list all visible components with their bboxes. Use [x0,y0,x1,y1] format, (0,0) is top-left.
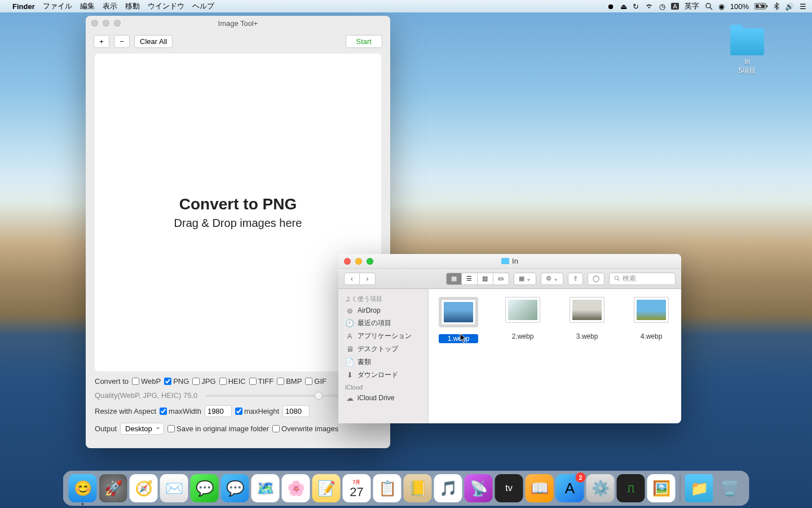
dock-contacts[interactable]: 📒 [404,474,432,502]
finder-search[interactable]: 検索 [609,273,676,285]
file-item[interactable]: 1.webp [439,297,478,343]
sidebar-item-airdrop[interactable]: ⊚AirDrop [338,304,428,317]
format-tiff[interactable]: TIFF [249,377,273,386]
input-label[interactable]: 英字 [685,1,699,11]
dock-safari[interactable]: 🧭 [130,474,158,502]
dock-reminders[interactable]: 📋 [373,474,401,502]
group-button[interactable]: ▦ ⌄ [514,273,536,285]
maxwidth-checkbox[interactable]: maxWidth [160,407,201,415]
recents-icon: 🕘 [345,319,354,328]
output-select[interactable]: Desktop [120,423,164,435]
sidebar-item-applications[interactable]: Aアプリケーション [338,330,428,343]
zoom-button[interactable] [367,258,373,265]
remove-button[interactable]: − [114,35,130,48]
dock-facetime[interactable]: 💬 [221,474,249,502]
dock-notes[interactable]: 📝 [312,474,341,502]
dock-trash[interactable]: 🗑️ [716,474,744,502]
dock-mail[interactable]: ✉️ [160,474,188,502]
svg-line-1 [710,7,712,10]
dock-activity[interactable]: ⎍ [617,474,645,502]
desktop-folder-in[interactable]: In 5項目 [730,28,764,75]
file-item[interactable]: 2.webp [503,297,542,341]
dock-maps[interactable]: 🗺️ [251,474,280,502]
bluetooth-icon[interactable] [774,2,779,10]
quality-slider[interactable] [205,395,355,397]
spotlight-icon[interactable] [705,2,713,10]
close-button[interactable] [91,20,98,27]
finder-content[interactable]: 1.webp 2.webp 3.webp 4.webp [429,289,681,423]
format-gif[interactable]: GIF [305,377,326,386]
dock-photos[interactable]: 🌸 [282,474,310,502]
start-button[interactable]: Start [346,35,382,48]
sidebar-item-recents[interactable]: 🕘最近の項目 [338,317,428,330]
search-icon [614,275,620,282]
view-gallery-button[interactable]: ▭ [493,273,509,285]
forward-button[interactable]: › [360,273,376,285]
dock-finder[interactable]: 😊 [69,474,97,502]
overwrite-checkbox[interactable]: Overwrite images [272,424,338,433]
zoom-button[interactable] [114,20,121,27]
wifi-icon[interactable] [645,3,654,10]
dock-separator [680,475,681,502]
dock-tv[interactable]: tv [495,474,523,502]
menu-go[interactable]: 移動 [125,1,140,11]
menu-help[interactable]: ヘルプ [192,1,214,11]
sidebar-item-documents[interactable]: 📄書類 [338,356,428,369]
dock-books[interactable]: 📖 [526,474,554,502]
dock-messages[interactable]: 💬 [191,474,219,502]
format-jpg[interactable]: JPG [192,377,215,386]
format-heic[interactable]: HEIC [219,377,246,386]
format-png[interactable]: PNG [164,377,189,386]
screen-record-icon[interactable]: ⏺ [607,2,615,11]
tags-button[interactable]: ◯ [588,273,604,285]
finder-titlebar[interactable]: In [338,254,681,269]
sidebar-item-downloads[interactable]: ⬇ダウンロード [338,369,428,382]
maxheight-input[interactable] [283,405,310,417]
maxwidth-input[interactable] [205,405,232,417]
view-icon-button[interactable]: ▦ [446,273,462,285]
menu-window[interactable]: ウインドウ [148,1,184,11]
dock-preview[interactable]: 🖼️ [647,474,676,502]
file-item[interactable]: 4.webp [632,297,671,341]
volume-icon[interactable]: 🔊 [785,2,794,11]
dock-launchpad[interactable]: 🚀 [99,474,127,502]
timemachine-icon[interactable]: ↻ [633,2,639,11]
share-button[interactable]: ⇪ [568,273,583,285]
image-tool-titlebar[interactable]: Image Tool+ [86,16,390,30]
dock-appstore[interactable]: A2 [556,474,584,502]
close-button[interactable] [344,258,351,265]
menu-file[interactable]: ファイル [43,1,72,11]
input-mode-icon[interactable]: A [671,3,678,10]
maxheight-checkbox[interactable]: maxHeight [235,407,279,415]
dock-podcasts[interactable]: 📡 [465,474,493,502]
add-button[interactable]: + [94,35,109,48]
menu-edit[interactable]: 編集 [80,1,95,11]
dock-music[interactable]: 🎵 [434,474,462,502]
minimize-button[interactable] [103,20,109,27]
sidebar-item-desktop[interactable]: 🖥デスクトップ [338,343,428,356]
file-item[interactable]: 3.webp [567,297,607,341]
dock-calendar[interactable]: 7月27 [343,474,371,502]
menu-view[interactable]: 表示 [103,1,117,11]
dock-downloads[interactable]: 📁 [685,474,713,502]
minimize-button[interactable] [355,258,362,265]
file-name: 1.webp [439,334,478,343]
format-webp[interactable]: WebP [132,377,161,386]
clock-icon[interactable]: ◷ [659,2,665,11]
output-label: Output [95,424,117,433]
clear-all-button[interactable]: Clear All [134,35,173,48]
menubar-app-name[interactable]: Finder [12,2,35,11]
back-button[interactable]: ‹ [344,273,360,285]
siri-icon[interactable]: ◉ [718,2,725,11]
view-column-button[interactable]: ▥ [478,273,493,285]
save-original-checkbox[interactable]: Save in original image folder [167,424,269,433]
sidebar-item-icloud-drive[interactable]: ☁iCloud Drive [338,392,428,404]
battery-percent[interactable]: 100% [730,2,749,11]
dock-settings[interactable]: ⚙️ [586,474,615,502]
view-list-button[interactable]: ☰ [462,273,478,285]
eject-icon[interactable]: ⏏ [620,2,627,11]
action-button[interactable]: ⚙ ⌄ [541,273,563,285]
notification-center-icon[interactable]: ☰ [800,2,806,11]
format-bmp[interactable]: BMP [277,377,302,386]
battery-icon[interactable] [754,3,768,10]
